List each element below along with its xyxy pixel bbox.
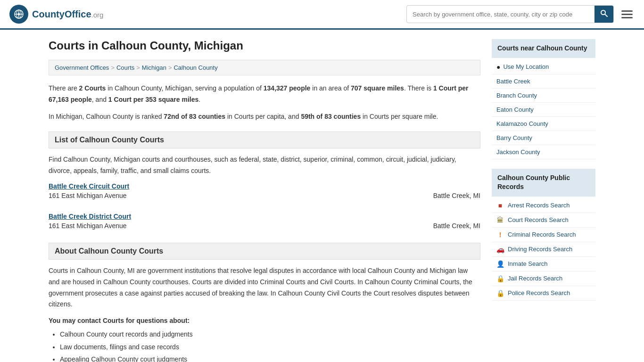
population: 134,327 people [264,84,311,92]
breadcrumb-sep: > [168,64,172,71]
jail-records-label: Jail Records Search [508,275,562,282]
breadcrumb-courts[interactable]: Courts [116,64,134,71]
menu-button[interactable] [619,8,635,20]
court-records-label: Court Records Search [508,216,569,223]
breadcrumb-govt-offices[interactable]: Government Offices [55,64,109,71]
rank-paragraph: In Michigan, Calhoun County is ranked 72… [49,111,480,123]
list-item: Law documents, filings and case records [60,341,480,354]
main-container: Courts in Calhoun County, Michigan Gover… [39,30,605,362]
search-bar [406,5,614,23]
contact-title: You may contact Courts for questions abo… [49,317,480,324]
svg-line-7 [605,14,607,16]
nearby-section: Courts near Calhoun County ● Use My Loca… [492,39,595,159]
logo-text: CountyCountyOfficeOffice.org [32,9,103,20]
location-icon: ● [496,63,500,71]
stats-paragraph: There are 2 Courts in Calhoun County, Mi… [49,83,480,106]
police-records-label: Police Records Search [508,289,570,296]
driving-records-label: Driving Records Search [508,246,572,253]
records-section: Calhoun County Public Records ■ Arrest R… [492,169,595,301]
logo-icon [9,5,28,24]
court-entry: Battle Creek Circuit Court 161 East Mich… [49,182,480,203]
search-input[interactable] [407,7,594,22]
logo-area[interactable]: CountyCountyOfficeOffice.org [9,5,103,24]
police-records-link[interactable]: 🔒 Police Records Search [492,286,595,301]
breadcrumb-sep: > [111,64,115,71]
court-name[interactable]: Battle Creek Circuit Court [49,182,480,190]
per-mile: 1 Court per 353 square miles [108,96,198,103]
jail-icon: 🔒 [496,275,504,282]
about-section-title: About Calhoun County Courts [55,247,163,255]
courts-count: 2 Courts [79,84,106,92]
arrest-icon: ■ [496,202,504,209]
list-section-title: List of Calhoun County Courts [55,136,164,144]
nearby-title: Courts near Calhoun County [492,39,595,58]
hamburger-line [621,10,633,12]
breadcrumb-calhoun[interactable]: Calhoun County [173,64,217,71]
page-title: Courts in Calhoun County, Michigan [49,39,480,52]
court-city: Battle Creek, MI [433,192,480,199]
site-header: CountyCountyOfficeOffice.org [0,0,644,30]
driving-icon: 🚗 [496,246,504,253]
police-icon: 🔒 [496,289,504,297]
arrest-records-link[interactable]: ■ Arrest Records Search [492,198,595,213]
nearby-link-jackson-county[interactable]: Jackson County [492,145,595,159]
breadcrumb-michigan[interactable]: Michigan [142,64,166,71]
nearby-link-eaton-county[interactable]: Eaton County [492,103,595,117]
court-details: 161 East Michigan Avenue Battle Creek, M… [49,192,480,199]
hamburger-line [621,17,633,18]
court-name[interactable]: Battle Creek District Court [49,213,480,220]
main-content: Courts in Calhoun County, Michigan Gover… [49,39,480,362]
criminal-records-label: Criminal Records Search [508,231,576,238]
contact-list: Calhoun County court records and judgmen… [49,328,480,362]
list-section-header: List of Calhoun County Courts [49,132,480,148]
inmate-search-label: Inmate Search [508,260,548,267]
court-city: Battle Creek, MI [433,222,480,230]
list-item: Appealing Calhoun County court judgments [60,353,480,362]
hamburger-line [621,14,633,15]
about-section-header: About Calhoun County Courts [49,243,480,260]
use-location-link[interactable]: ● Use My Location [492,60,595,74]
search-button[interactable] [594,6,613,23]
court-address: 161 East Michigan Avenue [49,222,127,230]
inmate-search-link[interactable]: 👤 Inmate Search [492,257,595,272]
court-address: 161 East Michigan Avenue [49,192,127,199]
nearby-link-branch-county[interactable]: Branch County [492,89,595,103]
about-text: Courts in Calhoun County, MI are governm… [49,265,480,310]
breadcrumb-sep: > [136,64,140,71]
court-details: 161 East Michigan Avenue Battle Creek, M… [49,222,480,230]
svg-point-5 [18,13,20,16]
area: 707 square miles [351,84,404,92]
nearby-link-kalamazoo-county[interactable]: Kalamazoo County [492,117,595,131]
rank1: 72nd of 83 counties [164,113,225,120]
inmate-icon: 👤 [496,260,504,268]
header-right [406,5,635,23]
driving-records-link[interactable]: 🚗 Driving Records Search [492,242,595,257]
nearby-link-barry-county[interactable]: Barry County [492,131,595,145]
list-description: Find Calhoun County, Michigan courts and… [49,154,480,177]
records-title: Calhoun County Public Records [492,169,595,197]
nearby-link-battle-creek[interactable]: Battle Creek [492,74,595,89]
criminal-records-link[interactable]: ! Criminal Records Search [492,228,595,242]
arrest-records-label: Arrest Records Search [508,202,570,209]
list-item: Calhoun County court records and judgmen… [60,328,480,341]
criminal-icon: ! [496,231,504,239]
rank2: 59th of 83 counties [301,113,361,120]
breadcrumb: Government Offices > Courts > Michigan >… [49,60,480,75]
court-entry: Battle Creek District Court 161 East Mic… [49,213,480,233]
sidebar: Courts near Calhoun County ● Use My Loca… [492,39,595,362]
court-records-link[interactable]: 🏛 Court Records Search [492,213,595,228]
court-icon: 🏛 [496,216,504,224]
jail-records-link[interactable]: 🔒 Jail Records Search [492,272,595,286]
use-location-label: Use My Location [503,63,549,70]
